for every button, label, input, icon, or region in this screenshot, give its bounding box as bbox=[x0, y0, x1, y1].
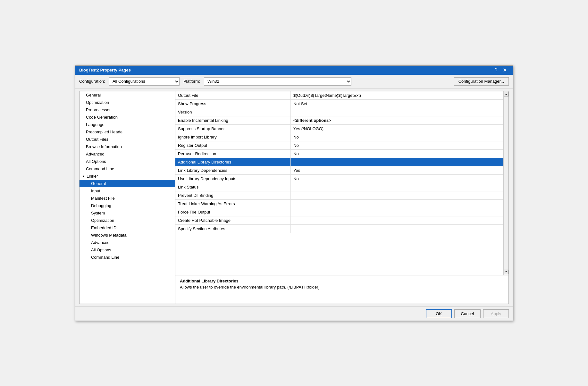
prop-value: Yes (/NOLOGO) bbox=[291, 125, 503, 133]
sidebar-item-browse-information[interactable]: Browse Information bbox=[80, 143, 175, 150]
prop-value: No bbox=[291, 175, 503, 183]
content-panel: Output File$(OutDir)$(TargetName)$(Targe… bbox=[175, 91, 509, 304]
description-text: Allows the user to override the environm… bbox=[180, 285, 504, 290]
prop-name: Register Output bbox=[175, 141, 291, 149]
prop-value bbox=[291, 183, 503, 191]
arrow-icon: ▲ bbox=[82, 174, 85, 178]
sidebar-item-linker-advanced[interactable]: Advanced bbox=[80, 239, 175, 246]
prop-value: No bbox=[291, 141, 503, 149]
scroll-up-btn[interactable]: ▲ bbox=[504, 92, 508, 96]
title-bar: BlogTest2 Property Pages ? ✕ bbox=[75, 66, 513, 75]
prop-value: Yes bbox=[291, 166, 503, 174]
sidebar-item-linker-command-line[interactable]: Command Line bbox=[80, 254, 175, 261]
close-button[interactable]: ✕ bbox=[501, 68, 509, 73]
prop-name: Version bbox=[175, 108, 291, 116]
table-row[interactable]: Show ProgressNot Set bbox=[175, 100, 503, 108]
sidebar-item-optimization[interactable]: Optimization bbox=[80, 99, 175, 106]
prop-name: Force File Output bbox=[175, 208, 291, 216]
prop-value: No bbox=[291, 133, 503, 141]
sidebar-item-linker-windows-metadata[interactable]: Windows Metadata bbox=[80, 231, 175, 239]
sidebar: GeneralOptimizationPreprocessorCode Gene… bbox=[79, 91, 175, 304]
table-row[interactable]: Link Library DependenciesYes bbox=[175, 166, 503, 175]
sidebar-item-linker-all-options[interactable]: All Options bbox=[80, 246, 175, 254]
prop-name: Prevent Dll Binding bbox=[175, 191, 291, 199]
table-row[interactable]: Register OutputNo bbox=[175, 141, 503, 150]
table-row[interactable]: Specify Section Attributes bbox=[175, 225, 503, 233]
scroll-down-btn[interactable]: ▼ bbox=[504, 270, 508, 274]
prop-name: Ignore Import Library bbox=[175, 133, 291, 141]
dialog: BlogTest2 Property Pages ? ✕ Configurati… bbox=[75, 65, 513, 321]
prop-value bbox=[291, 216, 503, 224]
sidebar-item-linker-debugging[interactable]: Debugging bbox=[80, 202, 175, 209]
sidebar-item-language[interactable]: Language bbox=[80, 121, 175, 128]
sidebar-item-command-line[interactable]: Command Line bbox=[80, 165, 175, 172]
prop-value: Not Set bbox=[291, 100, 503, 108]
table-row[interactable]: Force File Output bbox=[175, 208, 503, 216]
dialog-footer: OK Cancel Apply bbox=[75, 306, 513, 321]
sidebar-item-advanced[interactable]: Advanced bbox=[80, 150, 175, 158]
prop-value bbox=[291, 158, 503, 166]
table-row[interactable]: Ignore Import LibraryNo bbox=[175, 133, 503, 141]
table-row[interactable]: Create Hot Patchable Image bbox=[175, 216, 503, 225]
prop-name: Use Library Dependency Inputs bbox=[175, 175, 291, 183]
sidebar-item-precompiled-headers[interactable]: Precompiled Heade bbox=[80, 128, 175, 136]
ok-button[interactable]: OK bbox=[426, 309, 452, 318]
sidebar-item-all-options[interactable]: All Options bbox=[80, 158, 175, 165]
sidebar-item-preprocessor[interactable]: Preprocessor bbox=[80, 106, 175, 113]
prop-value: <different options> bbox=[291, 116, 503, 124]
table-row[interactable]: Treat Linker Warning As Errors bbox=[175, 200, 503, 208]
prop-value bbox=[291, 108, 503, 116]
sidebar-item-output-files[interactable]: Output Files bbox=[80, 136, 175, 143]
prop-name: Show Progress bbox=[175, 100, 291, 108]
prop-name: Specify Section Attributes bbox=[175, 225, 291, 233]
config-label: Configuration: bbox=[79, 79, 105, 84]
sidebar-item-linker-input[interactable]: Input bbox=[80, 187, 175, 195]
cancel-button[interactable]: Cancel bbox=[454, 309, 481, 318]
prop-value: No bbox=[291, 150, 503, 158]
prop-name: Enable Incremental Linking bbox=[175, 116, 291, 124]
config-manager-button[interactable]: Configuration Manager... bbox=[454, 77, 509, 86]
platform-select[interactable]: Win32 bbox=[204, 77, 351, 86]
prop-value bbox=[291, 225, 503, 233]
table-row[interactable]: Suppress Startup BannerYes (/NOLOGO) bbox=[175, 125, 503, 133]
table-row[interactable]: Link Status bbox=[175, 183, 503, 191]
prop-name: Output File bbox=[175, 91, 291, 99]
prop-value bbox=[291, 191, 503, 199]
sidebar-item-code-generation[interactable]: Code Generation bbox=[80, 113, 175, 121]
platform-label: Platform: bbox=[183, 79, 200, 84]
table-row[interactable]: Use Library Dependency InputsNo bbox=[175, 175, 503, 183]
table-row[interactable]: Enable Incremental Linking<different opt… bbox=[175, 116, 503, 125]
sidebar-item-linker-optimization[interactable]: Optimization bbox=[80, 217, 175, 224]
help-button[interactable]: ? bbox=[493, 68, 500, 73]
table-row[interactable]: Output File$(OutDir)$(TargetName)$(Targe… bbox=[175, 91, 503, 100]
prop-value bbox=[291, 208, 503, 216]
prop-value: $(OutDir)$(TargetName)$(TargetExt) bbox=[291, 91, 503, 99]
table-scrollbar: ▲ ▼ bbox=[503, 91, 508, 275]
toolbar: Configuration: All Configurations Platfo… bbox=[75, 75, 513, 88]
main-content: GeneralOptimizationPreprocessorCode Gene… bbox=[75, 88, 513, 306]
table-row[interactable]: Additional Library Directories bbox=[175, 158, 503, 166]
title-bar-controls: ? ✕ bbox=[493, 68, 509, 73]
sidebar-item-linker-general[interactable]: General bbox=[80, 180, 175, 187]
sidebar-item-general[interactable]: General bbox=[80, 91, 175, 99]
table-row[interactable]: Per-user RedirectionNo bbox=[175, 150, 503, 158]
sidebar-item-linker-system[interactable]: System bbox=[80, 209, 175, 217]
sidebar-item-linker-embedded-idl[interactable]: Embedded IDL bbox=[80, 224, 175, 231]
sidebar-item-linker-manifest[interactable]: Manifest File bbox=[80, 195, 175, 202]
prop-name: Create Hot Patchable Image bbox=[175, 216, 291, 224]
description-panel: Additional Library Directories Allows th… bbox=[175, 275, 508, 304]
apply-button[interactable]: Apply bbox=[483, 309, 509, 318]
prop-value bbox=[291, 200, 503, 208]
prop-name: Link Library Dependencies bbox=[175, 166, 291, 174]
sidebar-item-linker[interactable]: ▲Linker bbox=[80, 172, 175, 180]
configuration-select[interactable]: All Configurations bbox=[109, 77, 180, 86]
prop-name: Link Status bbox=[175, 183, 291, 191]
prop-name: Suppress Startup Banner bbox=[175, 125, 291, 133]
prop-name: Per-user Redirection bbox=[175, 150, 291, 158]
description-title: Additional Library Directories bbox=[180, 279, 504, 283]
dialog-title: BlogTest2 Property Pages bbox=[79, 68, 131, 72]
table-row[interactable]: Prevent Dll Binding bbox=[175, 191, 503, 200]
properties-table: Output File$(OutDir)$(TargetName)$(Targe… bbox=[175, 91, 503, 275]
prop-name: Treat Linker Warning As Errors bbox=[175, 200, 291, 208]
table-row[interactable]: Version bbox=[175, 108, 503, 116]
